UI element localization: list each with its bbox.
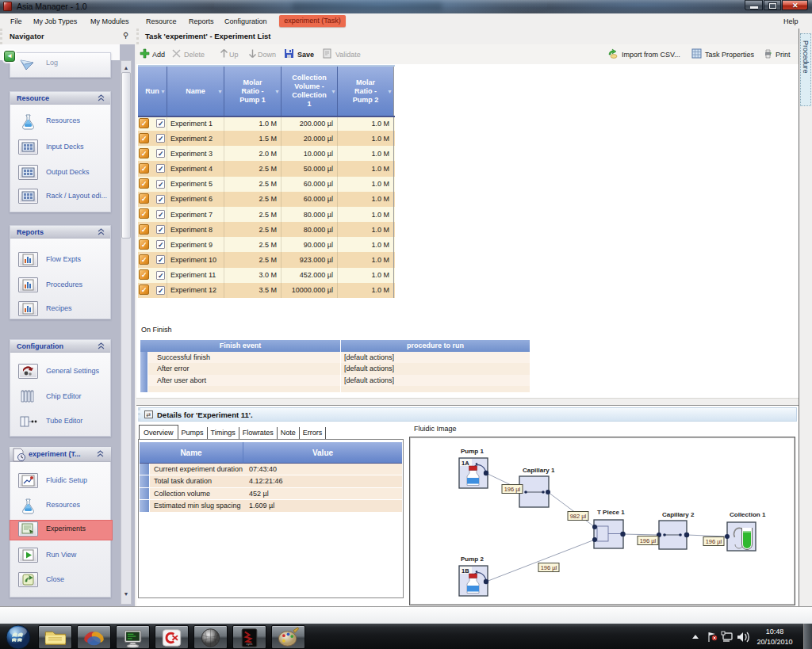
- svg-text:1B: 1B: [462, 567, 469, 575]
- svg-text:1A: 1A: [462, 460, 469, 467]
- svg-text:Pump 1: Pump 1: [461, 448, 484, 455]
- svg-text:xyrin: xyrin: [247, 643, 253, 646]
- svg-text:196 µl: 196 µl: [541, 564, 557, 571]
- svg-text:196 µl: 196 µl: [706, 538, 722, 545]
- svg-text:Capillary 2: Capillary 2: [662, 511, 695, 518]
- svg-text:Capillary 1: Capillary 1: [523, 467, 555, 474]
- svg-text:T Piece 1: T Piece 1: [597, 509, 625, 516]
- svg-text:196 µl: 196 µl: [640, 537, 657, 544]
- svg-text:Collection 1: Collection 1: [730, 511, 766, 518]
- svg-text:Pump 2: Pump 2: [461, 555, 484, 563]
- svg-text:982 µl: 982 µl: [570, 513, 587, 520]
- svg-text:196 µl: 196 µl: [504, 486, 521, 493]
